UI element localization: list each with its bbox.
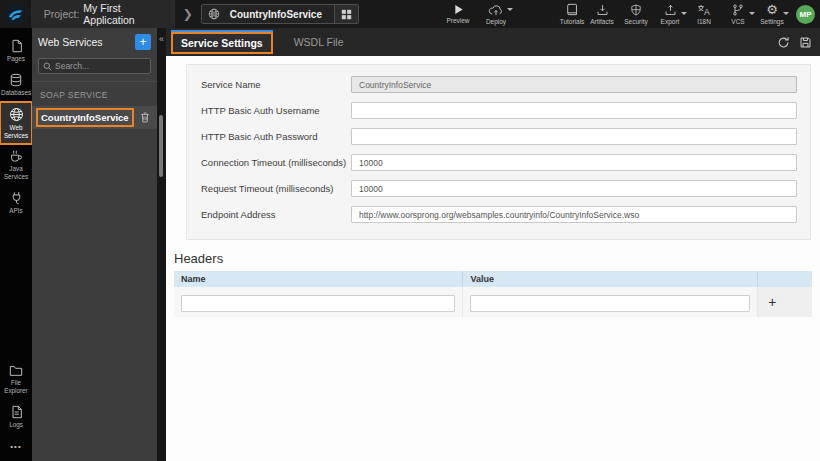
main-area: Service Settings WSDL File xyxy=(166,28,820,461)
endpoint-address-field[interactable] xyxy=(351,206,797,223)
settings-button[interactable]: ⚙ Settings xyxy=(757,4,787,25)
security-button[interactable]: Security xyxy=(621,4,651,25)
rail-spacer xyxy=(0,220,32,359)
artifacts-button[interactable]: Artifacts xyxy=(587,4,617,25)
sidebar-item-pages[interactable]: Pages xyxy=(0,34,32,68)
refresh-icon xyxy=(777,36,790,49)
deploy-button[interactable]: Deploy xyxy=(481,0,511,28)
soap-service-section-label: SOAP SERVICE xyxy=(32,82,157,106)
add-service-button[interactable]: + xyxy=(135,34,151,50)
tab-service-settings[interactable]: Service Settings xyxy=(171,32,273,54)
sidebar-item-logs[interactable]: Logs xyxy=(0,400,32,434)
http-password-field[interactable] xyxy=(351,128,797,145)
tutorials-button[interactable]: Tutorials xyxy=(557,0,587,28)
preview-button[interactable]: Preview xyxy=(443,0,473,28)
branch-icon xyxy=(732,4,744,16)
delete-service-button[interactable] xyxy=(140,112,150,123)
form-row-request-timeout: Request Timeout (milliseconds) xyxy=(201,180,797,197)
search-box[interactable] xyxy=(38,58,151,74)
body-row: Pages Databases Web Services xyxy=(0,28,820,461)
i18n-button[interactable]: A I18N xyxy=(689,4,719,25)
sidebar-item-apis[interactable]: APIs xyxy=(0,186,32,220)
database-icon xyxy=(9,73,23,87)
add-header-button[interactable]: + xyxy=(768,295,776,309)
form-row-password: HTTP Basic Auth Password xyxy=(201,128,797,145)
project-prefix: Project: xyxy=(44,8,80,20)
book-icon xyxy=(566,3,578,16)
panel-scrollbar[interactable] xyxy=(159,115,163,177)
request-timeout-field[interactable] xyxy=(351,180,797,197)
sidebar-item-java-services[interactable]: Java Services xyxy=(0,144,32,186)
translate-icon: A xyxy=(697,4,711,16)
panel-header: Web Services + xyxy=(32,28,157,55)
download-tray-icon xyxy=(596,4,609,16)
header-value-input[interactable] xyxy=(470,295,750,312)
sidebar-item-file-explorer[interactable]: File Explorer xyxy=(0,359,32,400)
export-button[interactable]: Export xyxy=(655,4,685,25)
collapse-panel-button[interactable]: « xyxy=(157,32,166,46)
headers-table-head: Name Value xyxy=(174,271,812,287)
service-tab-label: CountryInfoService xyxy=(226,5,334,23)
play-icon xyxy=(453,4,464,15)
svg-text:A: A xyxy=(704,7,710,16)
cloud-upload-icon xyxy=(488,4,504,16)
service-list-item[interactable]: CountryInfoService xyxy=(32,106,157,129)
left-rail: Pages Databases Web Services xyxy=(0,28,32,461)
grid-icon[interactable] xyxy=(334,5,358,23)
form-row-endpoint: Endpoint Address xyxy=(201,206,797,223)
tab-bar: Service Settings WSDL File xyxy=(166,28,820,56)
service-name-label: Service Name xyxy=(201,79,351,90)
trash-icon xyxy=(140,112,150,123)
connection-timeout-field[interactable] xyxy=(351,154,797,171)
search-icon xyxy=(43,62,52,71)
panel-title: Web Services xyxy=(38,36,103,48)
search-input[interactable] xyxy=(55,61,146,71)
plug-icon xyxy=(10,191,23,205)
header-name-input[interactable] xyxy=(181,295,455,312)
service-settings-form: Service Name HTTP Basic Auth Username HT… xyxy=(186,64,811,240)
form-row-username: HTTP Basic Auth Username xyxy=(201,102,797,119)
connection-timeout-label: Connection Timeout (milliseconds) xyxy=(201,157,351,168)
sidebar-item-web-services[interactable]: Web Services xyxy=(0,102,32,145)
export-arrow-icon xyxy=(664,4,677,16)
tabbar-actions xyxy=(777,36,820,49)
top-bar: Project: My First Application ❯ CountryI… xyxy=(0,0,820,28)
header-value-cell xyxy=(462,287,757,317)
settings-caret-icon xyxy=(783,12,789,15)
project-name: My First Application xyxy=(83,2,161,26)
page-icon xyxy=(10,39,23,53)
shield-icon xyxy=(630,4,642,16)
service-item-label: CountryInfoService xyxy=(39,111,131,124)
http-password-label: HTTP Basic Auth Password xyxy=(201,131,351,142)
form-row-service-name: Service Name xyxy=(201,76,797,93)
save-icon xyxy=(799,36,812,49)
gear-icon: ⚙ xyxy=(766,4,778,16)
user-avatar[interactable]: MP xyxy=(796,5,815,24)
more-options-icon[interactable]: ••• xyxy=(0,434,32,461)
refresh-button[interactable] xyxy=(777,36,790,49)
project-breadcrumb[interactable]: Project: My First Application xyxy=(31,0,175,28)
panel-collapse-strip: « xyxy=(157,28,166,461)
globe-icon xyxy=(202,5,226,23)
sidebar-item-databases[interactable]: Databases xyxy=(0,68,32,102)
value-column-header: Value xyxy=(462,271,757,287)
deploy-caret-icon xyxy=(507,8,513,11)
vcs-button[interactable]: VCS xyxy=(723,4,753,25)
topbar-right-group: Artifacts Security Export A xyxy=(587,0,820,28)
breadcrumb-chevron-icon: ❯ xyxy=(183,7,193,21)
http-username-field[interactable] xyxy=(351,102,797,119)
log-file-icon xyxy=(10,405,23,419)
http-username-label: HTTP Basic Auth Username xyxy=(201,105,351,116)
service-tab[interactable]: CountryInfoService xyxy=(201,4,359,24)
endpoint-address-label: Endpoint Address xyxy=(201,209,351,220)
save-button[interactable] xyxy=(799,36,812,49)
export-caret-icon xyxy=(681,12,687,15)
header-row: + xyxy=(174,287,812,317)
header-name-cell xyxy=(174,287,462,317)
globe-icon xyxy=(9,107,24,122)
app-logo[interactable] xyxy=(0,0,31,28)
coffee-cup-icon xyxy=(9,149,23,163)
app-window: Project: My First Application ❯ CountryI… xyxy=(0,0,820,461)
tab-wsdl-file[interactable]: WSDL File xyxy=(288,32,350,52)
form-row-connection-timeout: Connection Timeout (milliseconds) xyxy=(201,154,797,171)
